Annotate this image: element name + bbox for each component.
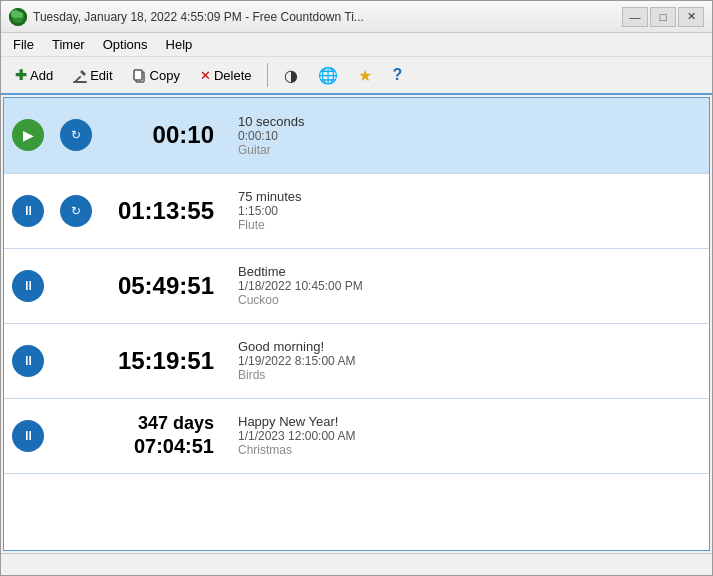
half-circle-button[interactable]: ◑ xyxy=(276,62,306,89)
pause-button[interactable]: ⏸ xyxy=(12,195,44,227)
delete-icon: ✕ xyxy=(200,68,211,83)
delete-label: Delete xyxy=(214,68,252,83)
svg-rect-7 xyxy=(134,70,142,80)
time-cell: 15:19:51 xyxy=(100,323,230,398)
globe-icon: 🌐 xyxy=(318,66,338,85)
timer-detail: 1:15:00 xyxy=(238,204,701,218)
repeat-icon: ↻ xyxy=(71,128,81,142)
status-bar xyxy=(1,553,712,575)
play-button[interactable]: ▶ xyxy=(12,119,44,151)
time-cell: 01:13:55 xyxy=(100,173,230,248)
svg-rect-5 xyxy=(73,81,87,83)
repeat-icon: ↻ xyxy=(71,204,81,218)
pause-button[interactable]: ⏸ xyxy=(12,270,44,302)
no-repeat-cell xyxy=(52,248,100,323)
help-icon: ? xyxy=(392,66,402,84)
timer-sound: Guitar xyxy=(238,143,701,157)
pause-cell: ⏸ xyxy=(4,248,52,323)
info-cell: 10 seconds 0:00:10 Guitar xyxy=(230,98,709,173)
svg-marker-4 xyxy=(80,70,86,76)
globe-button[interactable]: 🌐 xyxy=(310,62,346,89)
timer-detail: 1/18/2022 10:45:00 PM xyxy=(238,279,701,293)
add-button[interactable]: ✚ Add xyxy=(7,63,61,87)
pause-icon: ⏸ xyxy=(22,428,35,443)
info-cell: Bedtime 1/18/2022 10:45:00 PM Cuckoo xyxy=(230,248,709,323)
table-row: ⏸ 347 days 07:04:51 Happy New Year! 1/1/… xyxy=(4,398,709,473)
time-display-line1: 347 days xyxy=(108,413,214,435)
timer-sound: Christmas xyxy=(238,443,701,457)
repeat-cell: ↻ xyxy=(52,98,100,173)
timer-name: 75 minutes xyxy=(238,189,701,204)
timer-name: Good morning! xyxy=(238,339,701,354)
title-bar-left: Tuesday, January 18, 2022 4:55:09 PM - F… xyxy=(9,8,364,26)
pause-cell: ⏸ xyxy=(4,323,52,398)
toolbar-separator xyxy=(267,63,268,87)
timer-name: Happy New Year! xyxy=(238,414,701,429)
copy-button[interactable]: Copy xyxy=(125,63,188,87)
play-cell: ▶ xyxy=(4,98,52,173)
timer-name: Bedtime xyxy=(238,264,701,279)
pause-cell: ⏸ xyxy=(4,173,52,248)
repeat-cell: ↻ xyxy=(52,173,100,248)
time-display-line2: 07:04:51 xyxy=(108,434,214,458)
info-cell: 75 minutes 1:15:00 Flute xyxy=(230,173,709,248)
time-cell: 00:10 xyxy=(100,98,230,173)
window-title: Tuesday, January 18, 2022 4:55:09 PM - F… xyxy=(33,10,364,24)
timer-sound: Cuckoo xyxy=(238,293,701,307)
timer-table: ▶ ↻ 00:10 10 seconds 0:00:10 Guit xyxy=(4,98,709,474)
table-row: ⏸ ↻ 01:13:55 75 minutes 1:15:00 F xyxy=(4,173,709,248)
menu-file[interactable]: File xyxy=(5,35,42,54)
menu-help[interactable]: Help xyxy=(158,35,201,54)
time-cell: 347 days 07:04:51 xyxy=(100,398,230,473)
app-icon xyxy=(9,8,27,26)
title-controls: — □ ✕ xyxy=(622,7,704,27)
menu-timer[interactable]: Timer xyxy=(44,35,93,54)
add-icon: ✚ xyxy=(15,67,27,83)
table-row: ▶ ↻ 00:10 10 seconds 0:00:10 Guit xyxy=(4,98,709,173)
svg-point-2 xyxy=(17,12,23,18)
no-repeat-cell xyxy=(52,398,100,473)
pause-button[interactable]: ⏸ xyxy=(12,420,44,452)
pause-cell: ⏸ xyxy=(4,398,52,473)
edit-button[interactable]: Edit xyxy=(65,63,120,87)
time-display: 00:10 xyxy=(153,121,214,148)
pause-icon: ⏸ xyxy=(22,353,35,368)
timer-sound: Flute xyxy=(238,218,701,232)
repeat-button[interactable]: ↻ xyxy=(60,195,92,227)
title-bar: Tuesday, January 18, 2022 4:55:09 PM - F… xyxy=(1,1,712,33)
time-display: 01:13:55 xyxy=(118,197,214,224)
help-button[interactable]: ? xyxy=(384,62,410,88)
copy-icon xyxy=(133,67,147,83)
table-row: ⏸ 05:49:51 Bedtime 1/18/2022 10:45:00 PM… xyxy=(4,248,709,323)
pause-button[interactable]: ⏸ xyxy=(12,345,44,377)
timer-sound: Birds xyxy=(238,368,701,382)
timer-detail: 1/19/2022 8:15:00 AM xyxy=(238,354,701,368)
table-row: ⏸ 15:19:51 Good morning! 1/19/2022 8:15:… xyxy=(4,323,709,398)
timer-detail: 1/1/2023 12:00:00 AM xyxy=(238,429,701,443)
star-button[interactable]: ★ xyxy=(350,62,380,89)
half-circle-icon: ◑ xyxy=(284,66,298,85)
no-repeat-cell xyxy=(52,323,100,398)
repeat-button[interactable]: ↻ xyxy=(60,119,92,151)
toolbar: ✚ Add Edit Copy ✕ Del xyxy=(1,57,712,95)
close-button[interactable]: ✕ xyxy=(678,7,704,27)
delete-button[interactable]: ✕ Delete xyxy=(192,64,260,87)
copy-label: Copy xyxy=(150,68,180,83)
add-label: Add xyxy=(30,68,53,83)
time-display: 05:49:51 xyxy=(118,272,214,299)
pause-icon: ⏸ xyxy=(22,203,35,218)
edit-label: Edit xyxy=(90,68,112,83)
menu-bar: File Timer Options Help xyxy=(1,33,712,57)
play-icon: ▶ xyxy=(23,127,34,143)
edit-icon xyxy=(73,67,87,83)
menu-options[interactable]: Options xyxy=(95,35,156,54)
time-display: 15:19:51 xyxy=(118,347,214,374)
minimize-button[interactable]: — xyxy=(622,7,648,27)
timer-list-container: ▶ ↻ 00:10 10 seconds 0:00:10 Guit xyxy=(3,97,710,551)
main-window: Tuesday, January 18, 2022 4:55:09 PM - F… xyxy=(0,0,713,576)
timer-detail: 0:00:10 xyxy=(238,129,701,143)
star-icon: ★ xyxy=(358,66,372,85)
timer-name: 10 seconds xyxy=(238,114,701,129)
pause-icon: ⏸ xyxy=(22,278,35,293)
maximize-button[interactable]: □ xyxy=(650,7,676,27)
